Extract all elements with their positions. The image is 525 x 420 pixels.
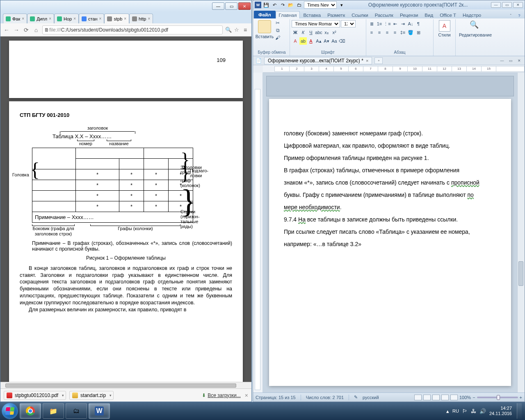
status-page[interactable]: Страница: 15 из 15 [256,395,296,400]
close-tab-icon[interactable]: × [73,16,76,21]
chevron-down-icon[interactable]: ▾ [110,393,112,397]
doc-restore-button[interactable]: ▭ [507,58,514,64]
read-view[interactable] [423,395,431,400]
new-doc-tab[interactable]: ▫ [374,57,383,64]
close-tab-icon[interactable]: × [49,16,51,21]
italic-button[interactable]: К [299,29,307,36]
horizontal-ruler[interactable]: 123456789101112131415 [263,65,525,73]
shading-button[interactable]: 🪣 [407,29,414,36]
grow-font-button[interactable]: A▴ [315,37,322,45]
highlight-button[interactable]: ab [299,37,307,45]
address-bar[interactable]: 🗎 file:///C:/Users/student/Downloads/stp… [42,25,223,34]
doc-minimize-button[interactable]: — [498,58,506,64]
outline-view[interactable] [441,395,449,400]
status-zoom[interactable]: 100% [459,395,471,400]
ribbon-minimize-icon[interactable]: ˄ [507,13,514,18]
underline-button[interactable]: Ч [307,29,315,36]
font-color-button[interactable]: A [307,37,315,45]
align-center-button[interactable]: ≡ [376,29,383,36]
zoom-out-button[interactable]: − [472,395,475,400]
qat-dropdown-icon[interactable]: ▾ [338,2,345,8]
spellcheck-icon[interactable]: ✎ [354,395,358,400]
zoom-icon[interactable]: 🔍 [225,27,232,33]
status-language[interactable]: русский [363,395,379,400]
close-doc-icon[interactable]: × [366,58,368,63]
copy-icon[interactable]: ⧉ [274,27,281,33]
restore-button[interactable]: ▭ [502,2,512,8]
browser-tab[interactable]: стан× [79,14,104,23]
zoom-slider[interactable] [477,397,518,398]
close-tab-icon[interactable]: × [99,16,102,21]
tray-up-icon[interactable]: ▴ [446,408,449,414]
ribbon-tab-home[interactable]: Главная [276,11,300,18]
ribbon-tab-view[interactable]: Вид [421,11,436,18]
align-left-button[interactable]: ≡ [368,29,375,36]
justify-button[interactable]: ≡ [391,29,399,36]
sort-button[interactable]: A↓ [407,20,414,27]
draft-view[interactable] [450,395,458,400]
horizontal-scrollbar[interactable] [0,382,251,388]
vertical-scrollbar[interactable] [517,73,525,393]
home-button[interactable]: ⌂ [32,26,40,34]
decrease-indent-button[interactable]: ⇤ [391,20,399,27]
multilevel-button[interactable]: ⋮≡ [383,20,391,27]
ribbon-tab-office[interactable]: Office T [436,11,459,18]
open-icon[interactable]: 📂 [288,2,294,8]
show-desktop-button[interactable] [517,403,522,419]
chevron-down-icon[interactable]: ▾ [62,393,64,397]
document-canvas[interactable]: головку (боковик) заменяют номерами граф… [263,73,517,393]
taskbar-explorer-2[interactable]: 🗂 [66,403,87,419]
help-icon[interactable]: ? [516,13,523,18]
close-tab-icon[interactable]: × [124,16,126,21]
ribbon-tab-nadstr[interactable]: Надстро [459,11,484,18]
browser-tab-active[interactable]: stpb× [104,14,129,23]
document-tab[interactable]: Оформление курсов...екта(ПОИТ 2курс) *× [264,57,372,64]
strike-button[interactable]: abc [315,29,322,36]
change-case-button[interactable]: Aa [331,37,338,45]
minimize-button[interactable]: — [491,2,501,8]
status-words[interactable]: Число слов: 2 701 [306,395,344,400]
doc-close-button[interactable]: ✕ [516,58,523,64]
reload-button[interactable]: ⟳ [23,26,30,34]
ribbon-tab-mail[interactable]: Рассылк [372,11,397,18]
save-icon[interactable]: 💾 [263,2,269,8]
network-icon[interactable]: 🖧 [471,408,476,414]
line-spacing-button[interactable]: ‡≡ [399,29,406,36]
volume-icon[interactable]: 🔊 [479,408,486,414]
text-effects-button[interactable]: A [292,37,299,45]
close-button[interactable]: ✕ [513,2,523,8]
language-indicator[interactable]: RU [452,409,459,413]
superscript-button[interactable]: x² [331,29,338,36]
print-layout-view[interactable] [414,395,422,400]
styles-button[interactable]: AСтили [436,20,454,55]
taskbar-explorer[interactable]: 📁 [43,403,64,419]
download-item[interactable]: standart.zip▾ [69,391,114,400]
ribbon-tab-layout[interactable]: Разметк [324,11,348,18]
clear-format-button[interactable]: ⌫ [338,37,346,45]
close-download-bar[interactable]: × [245,392,248,399]
shrink-font-button[interactable]: A▾ [323,37,330,45]
ribbon-tab-insert[interactable]: Вставка [300,11,324,18]
ribbon-tab-review[interactable]: Рецензи [397,11,421,18]
taskbar-word[interactable]: W [89,403,110,419]
show-all-downloads[interactable]: Все загрузки... [208,393,241,398]
close-tab-icon[interactable]: × [148,16,150,21]
scroll-thumb[interactable] [5,383,236,388]
taskbar-chrome[interactable] [20,403,41,419]
browser-tab[interactable]: Нор× [54,14,79,23]
browser-tab[interactable]: Дипл× [27,14,54,23]
menu-button[interactable]: ≡ [242,26,249,34]
browser-tab[interactable]: Фак× [3,14,27,23]
bold-button[interactable]: Ж [292,29,299,36]
web-view[interactable] [432,395,440,400]
browser-tab[interactable]: http× [129,14,153,23]
font-family-select[interactable]: Times New Roman [292,20,340,27]
show-marks-button[interactable]: ¶ [415,20,422,27]
editing-button[interactable]: 🔍Редактирование [459,20,492,55]
undo-icon[interactable]: ↶ [271,2,278,8]
word-icon[interactable]: W [255,2,261,8]
ribbon-tab-file[interactable]: Файл [254,11,276,18]
minimize-button[interactable]: — [212,2,224,10]
subscript-button[interactable]: x₂ [323,29,330,36]
borders-button[interactable]: ⊞ [415,29,422,36]
